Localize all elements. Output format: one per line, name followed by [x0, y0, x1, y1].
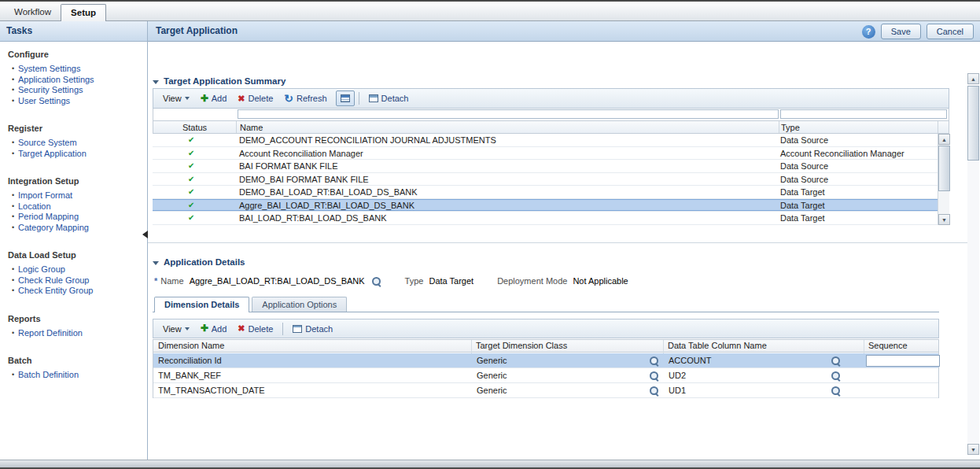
- refresh-label: Refresh: [297, 94, 327, 103]
- tasks-sidebar: Tasks Configure•System Settings•Applicat…: [0, 21, 148, 460]
- row-type: Data Source: [780, 161, 828, 171]
- sidebar-item-source-system[interactable]: •Source System: [8, 138, 144, 149]
- target-dimension-class-cell[interactable]: Generic: [472, 368, 659, 382]
- collapse-triangle-icon[interactable]: [153, 80, 159, 84]
- dimension-row[interactable]: TM_BANK_REFGenericUD2: [153, 368, 938, 383]
- target-dimension-class-cell[interactable]: Generic: [472, 353, 659, 367]
- data-table-column-cell[interactable]: UD1: [664, 383, 841, 397]
- sidebar-item-batch-definition[interactable]: •Batch Definition: [8, 370, 144, 381]
- target-dimension-class-cell[interactable]: Generic: [472, 383, 659, 397]
- summary-refresh-button[interactable]: ↻ Refresh: [278, 92, 332, 105]
- dimension-row[interactable]: Reconciliation IdGenericACCOUNT: [153, 353, 938, 368]
- summary-detach-button[interactable]: Detach: [363, 92, 414, 105]
- sidebar-item-period-mapping[interactable]: •Period Mapping: [8, 212, 144, 223]
- splitter-collapse-icon[interactable]: [142, 231, 148, 238]
- column-header-target-dimension-class[interactable]: Target Dimension Class: [476, 340, 567, 352]
- sidebar-item-check-rule-group[interactable]: •Check Rule Group: [8, 275, 144, 286]
- scroll-down-button[interactable]: ▼: [967, 444, 979, 455]
- main-scrollbar[interactable]: ▲ ▼: [967, 73, 979, 455]
- search-icon[interactable]: [831, 371, 841, 381]
- details-view-menu-button[interactable]: View: [157, 323, 195, 335]
- row-name: DEMO_ACCOUNT RECONCILIATION JOURNAL ADJU…: [239, 135, 496, 145]
- scrollbar-thumb[interactable]: [938, 146, 950, 191]
- bullet-icon: •: [8, 149, 18, 160]
- sidebar-item-label: Source System: [18, 138, 77, 149]
- cancel-button[interactable]: Cancel: [927, 24, 974, 39]
- sidebar-item-application-settings[interactable]: •Application Settings: [8, 75, 144, 86]
- help-icon[interactable]: ?: [862, 25, 875, 39]
- search-icon[interactable]: [831, 386, 841, 396]
- toolbar-separator: [359, 92, 359, 105]
- sidebar-item-logic-group[interactable]: •Logic Group: [8, 264, 144, 275]
- summary-add-button[interactable]: ✚ Add: [195, 92, 233, 105]
- summary-view-menu-button[interactable]: View: [157, 92, 195, 105]
- sidebar-item-import-format[interactable]: •Import Format: [8, 190, 144, 201]
- tab-setup[interactable]: Setup: [61, 4, 106, 21]
- sidebar-item-category-mapping[interactable]: •Category Mapping: [8, 223, 144, 234]
- summary-table-scrollbar[interactable]: ▲ ▼: [938, 134, 949, 225]
- sidebar-item-user-settings[interactable]: •User Settings: [8, 96, 144, 107]
- search-icon[interactable]: [649, 386, 659, 396]
- column-header-sequence[interactable]: Sequence: [868, 340, 908, 352]
- column-header-type[interactable]: Type: [781, 121, 800, 134]
- summary-delete-button[interactable]: ✖ Delete: [232, 92, 278, 105]
- dropdown-caret-icon: [185, 97, 190, 100]
- column-separator: [938, 121, 938, 133]
- cell-value: Generic: [477, 356, 507, 365]
- type-filter-input[interactable]: [780, 109, 947, 119]
- sidebar-item-label: Import Format: [18, 190, 72, 201]
- sidebar-item-report-definition[interactable]: •Report Definition: [8, 328, 144, 339]
- save-button[interactable]: Save: [881, 24, 921, 39]
- collapse-triangle-icon[interactable]: [153, 261, 159, 265]
- tab-application-options[interactable]: Application Options: [252, 297, 347, 312]
- name-filter-input[interactable]: [238, 109, 779, 119]
- table-row[interactable]: ✔Aggre_BAI_LOAD_RT:BAI_LOAD_DS_BANKData …: [153, 199, 938, 212]
- search-icon[interactable]: [831, 356, 841, 366]
- name-search-icon[interactable]: [371, 276, 381, 286]
- table-row[interactable]: ✔DEMO_ACCOUNT RECONCILIATION JOURNAL ADJ…: [153, 134, 938, 147]
- horizontal-scrollbar-track[interactable]: [0, 460, 980, 467]
- table-row[interactable]: ✔DEMO_BAI_LOAD_RT:BAI_LOAD_DS_BANKData T…: [153, 186, 938, 199]
- dimension-row[interactable]: TM_TRANSACTION_DATEGenericUD1: [153, 383, 938, 398]
- sidebar-item-security-settings[interactable]: •Security Settings: [8, 85, 144, 96]
- query-by-example-button[interactable]: [336, 90, 355, 106]
- scroll-down-button[interactable]: ▼: [938, 214, 950, 225]
- data-table-column-cell[interactable]: ACCOUNT: [664, 353, 841, 367]
- search-icon[interactable]: [649, 371, 659, 381]
- scroll-up-button[interactable]: ▲: [967, 73, 979, 84]
- column-header-name[interactable]: Name: [240, 121, 263, 134]
- application-name-row: * Name Aggre_BAI_LOAD_RT:BAI_LOAD_DS_BAN…: [153, 275, 939, 287]
- sequence-input[interactable]: [866, 355, 940, 367]
- table-row[interactable]: ✔DEMO_BAI FORMAT BANK FILEData Source: [153, 173, 938, 186]
- column-header-dimension-name[interactable]: Dimension Name: [158, 340, 224, 352]
- sequence-cell: [864, 368, 940, 382]
- row-type: Data Source: [780, 175, 828, 184]
- sidebar-item-location[interactable]: •Location: [8, 201, 144, 212]
- tab-dimension-details[interactable]: Dimension Details: [154, 297, 249, 312]
- panel-splitter[interactable]: [148, 242, 967, 246]
- column-header-data-table-column-name[interactable]: Data Table Column Name: [668, 340, 767, 352]
- top-tab-bar: Workflow Setup: [0, 0, 980, 21]
- bullet-icon: •: [8, 328, 18, 339]
- cell-value: Generic: [477, 386, 507, 395]
- sidebar-item-label: Batch Definition: [18, 370, 79, 381]
- scroll-up-button[interactable]: ▲: [938, 134, 950, 145]
- details-add-button[interactable]: ✚ Add: [195, 323, 233, 335]
- details-delete-button[interactable]: ✖ Delete: [232, 323, 278, 335]
- data-table-column-cell[interactable]: UD2: [664, 368, 841, 382]
- sidebar-item-target-application[interactable]: •Target Application: [8, 149, 144, 160]
- type-label: Type: [405, 276, 424, 286]
- table-row[interactable]: ✔BAI FORMAT BANK FILEData Source: [153, 160, 938, 173]
- table-row[interactable]: ✔Account Reconciliation ManagerAccount R…: [153, 147, 938, 161]
- filter-row: [153, 109, 949, 120]
- tab-workflow[interactable]: Workflow: [5, 4, 61, 20]
- add-icon: ✚: [201, 324, 208, 333]
- sidebar-item-system-settings[interactable]: •System Settings: [8, 64, 144, 75]
- scrollbar-thumb[interactable]: [967, 86, 979, 161]
- table-row[interactable]: ✔BAI_LOAD_RT:BAI_LOAD_DS_BANKData Target: [153, 212, 938, 225]
- details-detach-button[interactable]: Detach: [287, 323, 338, 335]
- type-value: Data Target: [429, 276, 473, 286]
- column-header-status[interactable]: Status: [153, 121, 236, 134]
- sidebar-item-check-entity-group[interactable]: •Check Entity Group: [8, 286, 144, 297]
- search-icon[interactable]: [649, 356, 659, 366]
